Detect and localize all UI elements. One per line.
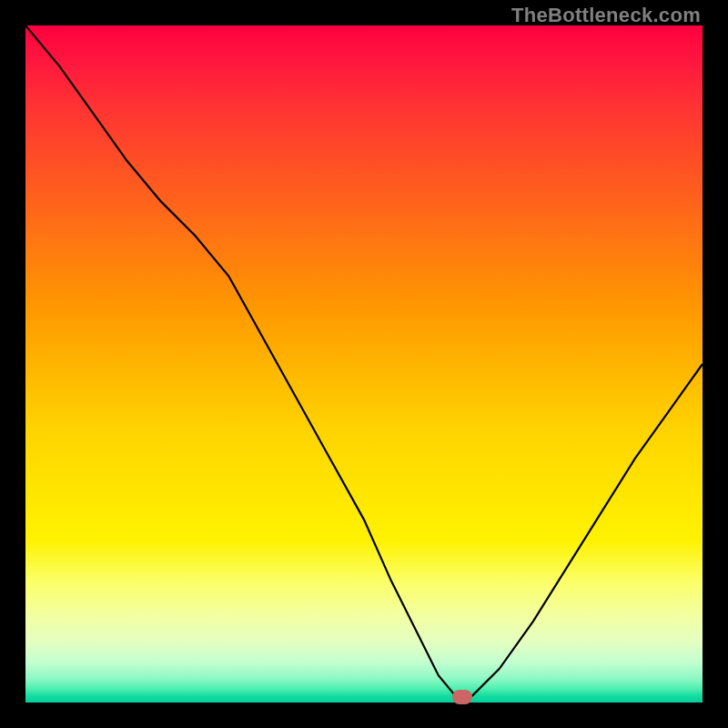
optimum-marker-icon xyxy=(452,690,472,704)
chart-container: TheBottleneck.com xyxy=(0,0,728,728)
attribution-watermark: TheBottleneck.com xyxy=(511,4,701,27)
bottleneck-curve xyxy=(25,25,703,703)
curve-path xyxy=(25,25,703,696)
plot-area xyxy=(25,25,703,703)
